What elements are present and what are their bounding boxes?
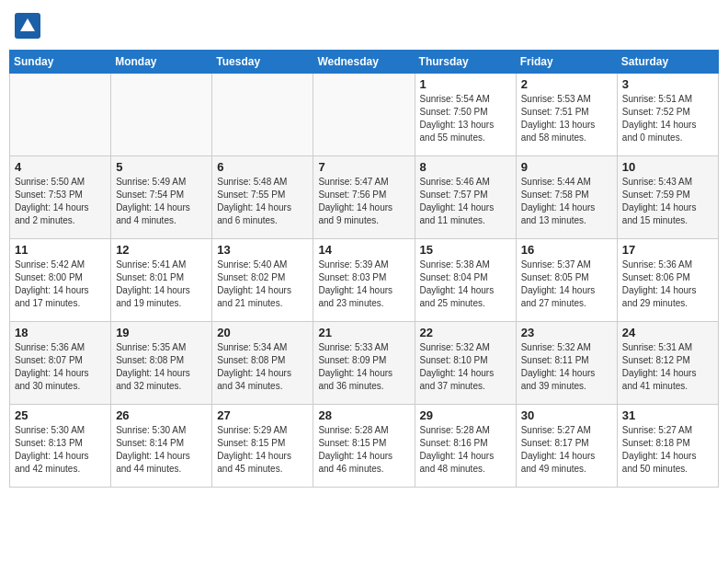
day-number: 7: [318, 160, 409, 174]
calendar-cell: 24Sunrise: 5:31 AM Sunset: 8:12 PM Dayli…: [617, 322, 718, 405]
weekday-header-wednesday: Wednesday: [313, 51, 415, 74]
day-info: Sunrise: 5:27 AM Sunset: 8:18 PM Dayligh…: [622, 424, 713, 476]
day-number: 15: [420, 243, 511, 257]
day-info: Sunrise: 5:53 AM Sunset: 7:51 PM Dayligh…: [521, 93, 612, 144]
day-info: Sunrise: 5:48 AM Sunset: 7:55 PM Dayligh…: [217, 176, 308, 227]
calendar-cell: 11Sunrise: 5:42 AM Sunset: 8:00 PM Dayli…: [10, 239, 111, 322]
calendar-week-row: 11Sunrise: 5:42 AM Sunset: 8:00 PM Dayli…: [10, 239, 719, 322]
calendar-cell: 30Sunrise: 5:27 AM Sunset: 8:17 PM Dayli…: [516, 405, 617, 488]
day-info: Sunrise: 5:27 AM Sunset: 8:17 PM Dayligh…: [521, 424, 612, 476]
calendar-table: SundayMondayTuesdayWednesdayThursdayFrid…: [9, 50, 719, 488]
day-info: Sunrise: 5:54 AM Sunset: 7:50 PM Dayligh…: [420, 93, 511, 144]
calendar-cell: 27Sunrise: 5:29 AM Sunset: 8:15 PM Dayli…: [212, 405, 313, 488]
day-info: Sunrise: 5:34 AM Sunset: 8:08 PM Dayligh…: [217, 341, 308, 393]
calendar-cell: 29Sunrise: 5:28 AM Sunset: 8:16 PM Dayli…: [415, 405, 516, 488]
day-info: Sunrise: 5:44 AM Sunset: 7:58 PM Dayligh…: [521, 176, 612, 227]
calendar-cell: 2Sunrise: 5:53 AM Sunset: 7:51 PM Daylig…: [516, 74, 617, 156]
day-number: 3: [622, 77, 713, 91]
weekday-header-saturday: Saturday: [617, 51, 718, 74]
weekday-header-row: SundayMondayTuesdayWednesdayThursdayFrid…: [10, 51, 719, 74]
weekday-header-thursday: Thursday: [415, 51, 516, 74]
calendar-cell: 22Sunrise: 5:32 AM Sunset: 8:10 PM Dayli…: [415, 322, 516, 405]
calendar-week-row: 1Sunrise: 5:54 AM Sunset: 7:50 PM Daylig…: [10, 74, 719, 156]
calendar-cell: 28Sunrise: 5:28 AM Sunset: 8:15 PM Dayli…: [313, 405, 415, 488]
calendar-cell: 15Sunrise: 5:38 AM Sunset: 8:04 PM Dayli…: [415, 239, 516, 322]
day-number: 13: [217, 243, 308, 257]
day-info: Sunrise: 5:50 AM Sunset: 7:53 PM Dayligh…: [15, 176, 106, 227]
day-info: Sunrise: 5:46 AM Sunset: 7:57 PM Dayligh…: [420, 176, 511, 227]
day-info: Sunrise: 5:40 AM Sunset: 8:02 PM Dayligh…: [217, 259, 308, 310]
calendar-cell: 19Sunrise: 5:35 AM Sunset: 8:08 PM Dayli…: [111, 322, 212, 405]
calendar-week-row: 18Sunrise: 5:36 AM Sunset: 8:07 PM Dayli…: [10, 322, 719, 405]
calendar-week-row: 25Sunrise: 5:30 AM Sunset: 8:13 PM Dayli…: [10, 405, 719, 488]
day-number: 2: [521, 77, 612, 91]
calendar-cell: 6Sunrise: 5:48 AM Sunset: 7:55 PM Daylig…: [212, 156, 313, 239]
day-number: 1: [420, 77, 511, 91]
day-info: Sunrise: 5:33 AM Sunset: 8:09 PM Dayligh…: [318, 341, 409, 393]
day-info: Sunrise: 5:35 AM Sunset: 8:08 PM Dayligh…: [116, 341, 207, 393]
day-number: 11: [15, 243, 106, 257]
day-info: Sunrise: 5:38 AM Sunset: 8:04 PM Dayligh…: [420, 259, 511, 310]
calendar-cell: 12Sunrise: 5:41 AM Sunset: 8:01 PM Dayli…: [111, 239, 212, 322]
calendar-cell: 7Sunrise: 5:47 AM Sunset: 7:56 PM Daylig…: [313, 156, 415, 239]
day-info: Sunrise: 5:28 AM Sunset: 8:15 PM Dayligh…: [318, 424, 409, 476]
day-info: Sunrise: 5:36 AM Sunset: 8:06 PM Dayligh…: [622, 259, 713, 310]
day-number: 26: [116, 408, 207, 422]
day-info: Sunrise: 5:31 AM Sunset: 8:12 PM Dayligh…: [622, 341, 713, 393]
day-number: 16: [521, 243, 612, 257]
day-info: Sunrise: 5:39 AM Sunset: 8:03 PM Dayligh…: [318, 259, 409, 310]
day-info: Sunrise: 5:43 AM Sunset: 7:59 PM Dayligh…: [622, 176, 713, 227]
weekday-header-tuesday: Tuesday: [212, 51, 313, 74]
day-info: Sunrise: 5:29 AM Sunset: 8:15 PM Dayligh…: [217, 424, 308, 476]
calendar-cell: [212, 74, 313, 156]
calendar-cell: 4Sunrise: 5:50 AM Sunset: 7:53 PM Daylig…: [10, 156, 111, 239]
logo-icon: [15, 13, 40, 39]
day-info: Sunrise: 5:32 AM Sunset: 8:11 PM Dayligh…: [521, 341, 612, 393]
day-number: 8: [420, 160, 511, 174]
day-number: 5: [116, 160, 207, 174]
day-number: 14: [318, 243, 409, 257]
calendar-cell: 8Sunrise: 5:46 AM Sunset: 7:57 PM Daylig…: [415, 156, 516, 239]
day-info: Sunrise: 5:47 AM Sunset: 7:56 PM Dayligh…: [318, 176, 409, 227]
calendar-cell: 1Sunrise: 5:54 AM Sunset: 7:50 PM Daylig…: [415, 74, 516, 156]
calendar-cell: 16Sunrise: 5:37 AM Sunset: 8:05 PM Dayli…: [516, 239, 617, 322]
calendar-cell: 18Sunrise: 5:36 AM Sunset: 8:07 PM Dayli…: [10, 322, 111, 405]
weekday-header-friday: Friday: [516, 51, 617, 74]
calendar-cell: 14Sunrise: 5:39 AM Sunset: 8:03 PM Dayli…: [313, 239, 415, 322]
day-info: Sunrise: 5:28 AM Sunset: 8:16 PM Dayligh…: [420, 424, 511, 476]
weekday-header-sunday: Sunday: [10, 51, 111, 74]
calendar-cell: 20Sunrise: 5:34 AM Sunset: 8:08 PM Dayli…: [212, 322, 313, 405]
day-number: 23: [521, 326, 612, 339]
logo: [15, 13, 44, 39]
calendar-cell: 3Sunrise: 5:51 AM Sunset: 7:52 PM Daylig…: [617, 74, 718, 156]
calendar-cell: 5Sunrise: 5:49 AM Sunset: 7:54 PM Daylig…: [111, 156, 212, 239]
day-number: 20: [217, 326, 308, 339]
day-number: 22: [420, 326, 511, 339]
calendar-cell: 10Sunrise: 5:43 AM Sunset: 7:59 PM Dayli…: [617, 156, 718, 239]
calendar-week-row: 4Sunrise: 5:50 AM Sunset: 7:53 PM Daylig…: [10, 156, 719, 239]
calendar-cell: [111, 74, 212, 156]
page-header: [9, 9, 719, 42]
day-number: 18: [15, 326, 106, 339]
calendar-cell: 26Sunrise: 5:30 AM Sunset: 8:14 PM Dayli…: [111, 405, 212, 488]
day-number: 31: [622, 408, 713, 422]
day-number: 25: [15, 408, 106, 422]
day-info: Sunrise: 5:30 AM Sunset: 8:14 PM Dayligh…: [116, 424, 207, 476]
day-number: 6: [217, 160, 308, 174]
day-info: Sunrise: 5:30 AM Sunset: 8:13 PM Dayligh…: [15, 424, 106, 476]
day-info: Sunrise: 5:49 AM Sunset: 7:54 PM Dayligh…: [116, 176, 207, 227]
calendar-cell: 13Sunrise: 5:40 AM Sunset: 8:02 PM Dayli…: [212, 239, 313, 322]
calendar-cell: 21Sunrise: 5:33 AM Sunset: 8:09 PM Dayli…: [313, 322, 415, 405]
calendar-cell: 23Sunrise: 5:32 AM Sunset: 8:11 PM Dayli…: [516, 322, 617, 405]
day-info: Sunrise: 5:51 AM Sunset: 7:52 PM Dayligh…: [622, 93, 713, 144]
calendar-cell: 17Sunrise: 5:36 AM Sunset: 8:06 PM Dayli…: [617, 239, 718, 322]
day-number: 12: [116, 243, 207, 257]
day-number: 4: [15, 160, 106, 174]
calendar-cell: [10, 74, 111, 156]
day-number: 24: [622, 326, 713, 339]
day-number: 28: [318, 408, 409, 422]
day-number: 19: [116, 326, 207, 339]
day-number: 17: [622, 243, 713, 257]
calendar-cell: 25Sunrise: 5:30 AM Sunset: 8:13 PM Dayli…: [10, 405, 111, 488]
calendar-cell: [313, 74, 415, 156]
